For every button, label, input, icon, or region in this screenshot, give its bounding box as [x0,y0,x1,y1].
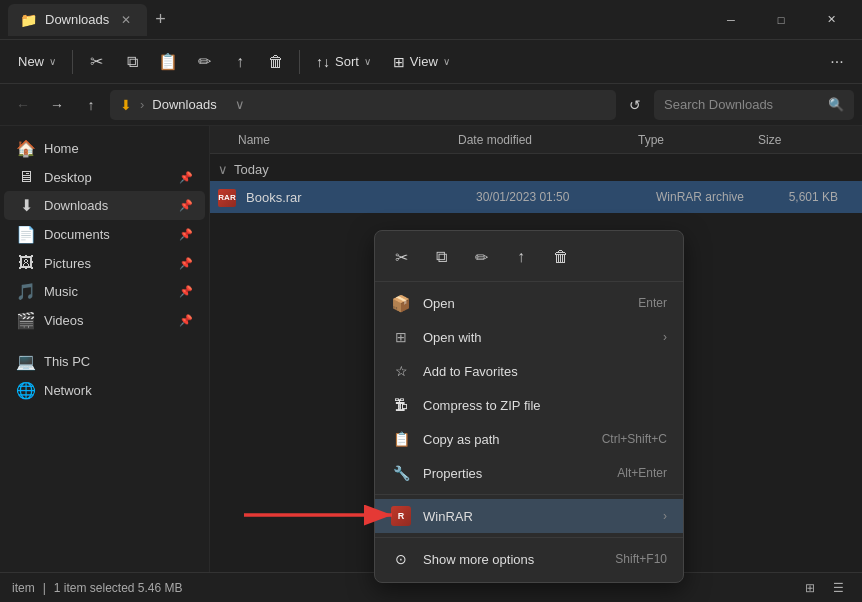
cm-properties-shortcut: Alt+Enter [617,466,667,480]
cm-winrar[interactable]: R WinRAR › [375,499,683,533]
grid-view-button[interactable]: ⊞ [798,577,822,599]
tab-close-button[interactable]: ✕ [117,11,135,29]
new-tab-button[interactable]: + [155,9,166,30]
copy-button[interactable]: ⧉ [115,45,149,79]
cm-favorites-label: Add to Favorites [423,364,667,379]
refresh-button[interactable]: ↺ [620,90,650,120]
sidebar-label-documents: Documents [44,227,110,242]
up-button[interactable]: ↑ [76,90,106,120]
cm-add-favorites[interactable]: ☆ Add to Favorites [375,354,683,388]
file-header: Name Date modified Type Size [210,126,862,154]
col-header-date[interactable]: Date modified [458,133,638,147]
cm-rename-icon: ✏ [475,248,488,267]
cm-open[interactable]: 📦 Open Enter [375,286,683,320]
cm-open-with-icon: ⊞ [391,327,411,347]
view-icon: ⊞ [393,54,405,70]
back-button[interactable]: ← [8,90,38,120]
sidebar-item-home[interactable]: 🏠 Home [4,134,205,163]
address-path[interactable]: ⬇ › Downloads ∨ [110,90,616,120]
col-header-type[interactable]: Type [638,133,758,147]
cm-cut-icon: ✂ [395,248,408,267]
sidebar-item-thispc[interactable]: 💻 This PC [4,347,205,376]
pin-icon-desktop: 📌 [179,171,193,184]
sidebar-label-thispc: This PC [44,354,90,369]
view-button[interactable]: ⊞ View ∨ [383,49,460,75]
videos-icon: 🎬 [16,311,36,330]
address-bar: ← → ↑ ⬇ › Downloads ∨ ↺ 🔍 [0,84,862,126]
path-expand-icon[interactable]: ∨ [225,90,255,120]
sidebar-label-videos: Videos [44,313,84,328]
cm-properties-icon: 🔧 [391,463,411,483]
tab-downloads[interactable]: 📁 Downloads ✕ [8,4,147,36]
books-rar-icon: RAR [218,189,236,207]
cm-separator-1 [375,494,683,495]
cm-open-with-arrow: › [663,330,667,344]
cm-cut-button[interactable]: ✂ [385,241,417,273]
cm-properties-label: Properties [423,466,605,481]
col-header-name[interactable]: Name [218,133,458,147]
thispc-icon: 💻 [16,352,36,371]
more-options-button[interactable]: ··· [820,45,854,79]
section-label-today: Today [234,162,269,177]
context-menu-toolbar: ✂ ⧉ ✏ ↑ 🗑 [375,237,683,282]
delete-button[interactable]: 🗑 [259,45,293,79]
winrar-logo: R [391,506,411,526]
sidebar-item-pictures[interactable]: 🖼 Pictures 📌 [4,249,205,277]
share-button[interactable]: ↑ [223,45,257,79]
paste-button[interactable]: 📋 [151,45,185,79]
list-view-button[interactable]: ☰ [826,577,850,599]
tab-folder-icon: 📁 [20,12,37,28]
cm-open-icon: 📦 [391,293,411,313]
cm-compress-zip[interactable]: 🗜 Compress to ZIP file [375,388,683,422]
cm-path-icon: 📋 [391,429,411,449]
sidebar-label-downloads: Downloads [44,198,108,213]
maximize-button[interactable]: □ [758,4,804,36]
cm-copy-path[interactable]: 📋 Copy as path Ctrl+Shift+C [375,422,683,456]
cm-delete-button[interactable]: 🗑 [545,241,577,273]
sort-button[interactable]: ↑↓ Sort ∨ [306,49,381,75]
sidebar-label-home: Home [44,141,79,156]
cm-rename-button[interactable]: ✏ [465,241,497,273]
context-menu: ✂ ⧉ ✏ ↑ 🗑 📦 Open Enter ⊞ Open with › ☆ A [374,230,684,583]
pin-icon-pictures: 📌 [179,257,193,270]
paste-icon: 📋 [158,52,178,71]
cm-delete-icon: 🗑 [553,248,569,266]
cm-show-more[interactable]: ⊙ Show more options Shift+F10 [375,542,683,576]
cm-copy-button[interactable]: ⧉ [425,241,457,273]
sidebar-item-music[interactable]: 🎵 Music 📌 [4,277,205,306]
file-size-books: 5,601 KB [776,190,854,204]
more-icon: ··· [830,53,843,71]
toolbar: New ∨ ✂ ⧉ 📋 ✏ ↑ 🗑 ↑↓ Sort ∨ ⊞ View ∨ ··· [0,40,862,84]
sidebar-item-desktop[interactable]: 🖥 Desktop 📌 [4,163,205,191]
file-row-books[interactable]: RAR Books.rar 30/01/2023 01:50 WinRAR ar… [210,181,862,213]
new-button[interactable]: New ∨ [8,49,66,74]
cm-open-with[interactable]: ⊞ Open with › [375,320,683,354]
desktop-icon: 🖥 [16,168,36,186]
cut-button[interactable]: ✂ [79,45,113,79]
search-icon: 🔍 [828,97,844,112]
view-chevron-icon: ∨ [443,56,450,67]
rename-button[interactable]: ✏ [187,45,221,79]
sort-icon: ↑↓ [316,54,330,70]
cm-properties[interactable]: 🔧 Properties Alt+Enter [375,456,683,490]
search-box[interactable]: 🔍 [654,90,854,120]
cm-share-button[interactable]: ↑ [505,241,537,273]
pin-icon-music: 📌 [179,285,193,298]
pin-icon-videos: 📌 [179,314,193,327]
title-bar: 📁 Downloads ✕ + ─ □ ✕ [0,0,862,40]
forward-button[interactable]: → [42,90,72,120]
cm-more-label: Show more options [423,552,603,567]
search-input[interactable] [664,97,822,112]
sidebar-item-videos[interactable]: 🎬 Videos 📌 [4,306,205,335]
sidebar-item-downloads[interactable]: ⬇ Downloads 📌 [4,191,205,220]
cm-path-label: Copy as path [423,432,590,447]
downloads-icon: ⬇ [16,196,36,215]
path-arrow: › [140,97,144,112]
col-header-size[interactable]: Size [758,133,854,147]
sidebar-item-network[interactable]: 🌐 Network [4,376,205,405]
sidebar-item-documents[interactable]: 📄 Documents 📌 [4,220,205,249]
minimize-button[interactable]: ─ [708,4,754,36]
window-controls: ─ □ ✕ [708,4,854,36]
close-button[interactable]: ✕ [808,4,854,36]
delete-icon: 🗑 [268,53,284,71]
